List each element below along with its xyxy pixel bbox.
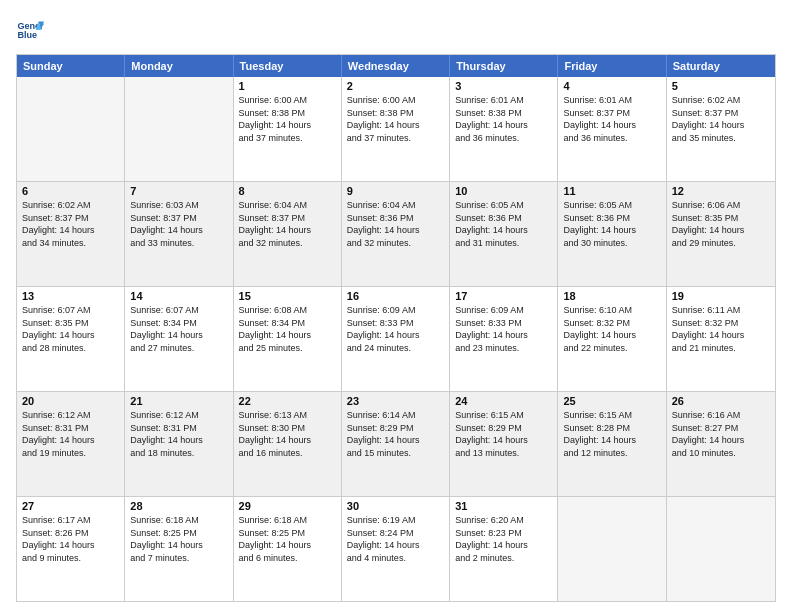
- day-info: Sunrise: 6:01 AM Sunset: 8:37 PM Dayligh…: [563, 94, 660, 144]
- day-info: Sunrise: 6:05 AM Sunset: 8:36 PM Dayligh…: [563, 199, 660, 249]
- calendar-cell: [558, 497, 666, 601]
- calendar-cell: 22Sunrise: 6:13 AM Sunset: 8:30 PM Dayli…: [234, 392, 342, 496]
- weekday-header-sunday: Sunday: [17, 55, 125, 77]
- day-info: Sunrise: 6:10 AM Sunset: 8:32 PM Dayligh…: [563, 304, 660, 354]
- day-number: 17: [455, 290, 552, 302]
- day-info: Sunrise: 6:12 AM Sunset: 8:31 PM Dayligh…: [22, 409, 119, 459]
- day-info: Sunrise: 6:06 AM Sunset: 8:35 PM Dayligh…: [672, 199, 770, 249]
- calendar-cell: 13Sunrise: 6:07 AM Sunset: 8:35 PM Dayli…: [17, 287, 125, 391]
- weekday-header-thursday: Thursday: [450, 55, 558, 77]
- calendar-cell: 24Sunrise: 6:15 AM Sunset: 8:29 PM Dayli…: [450, 392, 558, 496]
- day-number: 8: [239, 185, 336, 197]
- logo: General Blue: [16, 16, 48, 44]
- calendar-cell: 5Sunrise: 6:02 AM Sunset: 8:37 PM Daylig…: [667, 77, 775, 181]
- day-number: 25: [563, 395, 660, 407]
- day-info: Sunrise: 6:17 AM Sunset: 8:26 PM Dayligh…: [22, 514, 119, 564]
- weekday-header-wednesday: Wednesday: [342, 55, 450, 77]
- calendar-header: SundayMondayTuesdayWednesdayThursdayFrid…: [17, 55, 775, 77]
- calendar-cell: 29Sunrise: 6:18 AM Sunset: 8:25 PM Dayli…: [234, 497, 342, 601]
- day-info: Sunrise: 6:20 AM Sunset: 8:23 PM Dayligh…: [455, 514, 552, 564]
- day-number: 13: [22, 290, 119, 302]
- day-number: 12: [672, 185, 770, 197]
- calendar-cell: 14Sunrise: 6:07 AM Sunset: 8:34 PM Dayli…: [125, 287, 233, 391]
- day-number: 18: [563, 290, 660, 302]
- day-number: 2: [347, 80, 444, 92]
- day-number: 4: [563, 80, 660, 92]
- day-info: Sunrise: 6:07 AM Sunset: 8:35 PM Dayligh…: [22, 304, 119, 354]
- day-number: 28: [130, 500, 227, 512]
- calendar-cell: 31Sunrise: 6:20 AM Sunset: 8:23 PM Dayli…: [450, 497, 558, 601]
- calendar-cell: 1Sunrise: 6:00 AM Sunset: 8:38 PM Daylig…: [234, 77, 342, 181]
- day-number: 11: [563, 185, 660, 197]
- calendar-cell: 23Sunrise: 6:14 AM Sunset: 8:29 PM Dayli…: [342, 392, 450, 496]
- day-number: 6: [22, 185, 119, 197]
- day-number: 30: [347, 500, 444, 512]
- day-info: Sunrise: 6:04 AM Sunset: 8:36 PM Dayligh…: [347, 199, 444, 249]
- day-info: Sunrise: 6:00 AM Sunset: 8:38 PM Dayligh…: [239, 94, 336, 144]
- page-header: General Blue: [16, 16, 776, 44]
- calendar-row-0: 1Sunrise: 6:00 AM Sunset: 8:38 PM Daylig…: [17, 77, 775, 181]
- calendar-cell: 20Sunrise: 6:12 AM Sunset: 8:31 PM Dayli…: [17, 392, 125, 496]
- weekday-header-saturday: Saturday: [667, 55, 775, 77]
- calendar-cell: 15Sunrise: 6:08 AM Sunset: 8:34 PM Dayli…: [234, 287, 342, 391]
- day-info: Sunrise: 6:14 AM Sunset: 8:29 PM Dayligh…: [347, 409, 444, 459]
- calendar-cell: 25Sunrise: 6:15 AM Sunset: 8:28 PM Dayli…: [558, 392, 666, 496]
- day-number: 15: [239, 290, 336, 302]
- day-number: 7: [130, 185, 227, 197]
- day-number: 27: [22, 500, 119, 512]
- calendar-cell: 10Sunrise: 6:05 AM Sunset: 8:36 PM Dayli…: [450, 182, 558, 286]
- calendar-row-4: 27Sunrise: 6:17 AM Sunset: 8:26 PM Dayli…: [17, 496, 775, 601]
- day-info: Sunrise: 6:13 AM Sunset: 8:30 PM Dayligh…: [239, 409, 336, 459]
- calendar-row-2: 13Sunrise: 6:07 AM Sunset: 8:35 PM Dayli…: [17, 286, 775, 391]
- day-number: 5: [672, 80, 770, 92]
- calendar-cell: 21Sunrise: 6:12 AM Sunset: 8:31 PM Dayli…: [125, 392, 233, 496]
- calendar-cell: 28Sunrise: 6:18 AM Sunset: 8:25 PM Dayli…: [125, 497, 233, 601]
- day-info: Sunrise: 6:09 AM Sunset: 8:33 PM Dayligh…: [347, 304, 444, 354]
- day-number: 29: [239, 500, 336, 512]
- calendar-row-1: 6Sunrise: 6:02 AM Sunset: 8:37 PM Daylig…: [17, 181, 775, 286]
- calendar-cell: 27Sunrise: 6:17 AM Sunset: 8:26 PM Dayli…: [17, 497, 125, 601]
- day-number: 1: [239, 80, 336, 92]
- day-number: 21: [130, 395, 227, 407]
- day-info: Sunrise: 6:05 AM Sunset: 8:36 PM Dayligh…: [455, 199, 552, 249]
- calendar-cell: 11Sunrise: 6:05 AM Sunset: 8:36 PM Dayli…: [558, 182, 666, 286]
- calendar-cell: 3Sunrise: 6:01 AM Sunset: 8:38 PM Daylig…: [450, 77, 558, 181]
- day-number: 10: [455, 185, 552, 197]
- calendar-cell: 2Sunrise: 6:00 AM Sunset: 8:38 PM Daylig…: [342, 77, 450, 181]
- weekday-header-monday: Monday: [125, 55, 233, 77]
- weekday-header-friday: Friday: [558, 55, 666, 77]
- calendar-cell: [17, 77, 125, 181]
- day-number: 31: [455, 500, 552, 512]
- calendar-cell: 18Sunrise: 6:10 AM Sunset: 8:32 PM Dayli…: [558, 287, 666, 391]
- calendar-row-3: 20Sunrise: 6:12 AM Sunset: 8:31 PM Dayli…: [17, 391, 775, 496]
- calendar-cell: 17Sunrise: 6:09 AM Sunset: 8:33 PM Dayli…: [450, 287, 558, 391]
- calendar-cell: 30Sunrise: 6:19 AM Sunset: 8:24 PM Dayli…: [342, 497, 450, 601]
- calendar-cell: 9Sunrise: 6:04 AM Sunset: 8:36 PM Daylig…: [342, 182, 450, 286]
- day-info: Sunrise: 6:15 AM Sunset: 8:28 PM Dayligh…: [563, 409, 660, 459]
- calendar-cell: 16Sunrise: 6:09 AM Sunset: 8:33 PM Dayli…: [342, 287, 450, 391]
- svg-text:Blue: Blue: [17, 30, 37, 40]
- day-number: 22: [239, 395, 336, 407]
- day-number: 20: [22, 395, 119, 407]
- day-number: 16: [347, 290, 444, 302]
- calendar-cell: 26Sunrise: 6:16 AM Sunset: 8:27 PM Dayli…: [667, 392, 775, 496]
- logo-icon: General Blue: [16, 16, 44, 44]
- day-info: Sunrise: 6:04 AM Sunset: 8:37 PM Dayligh…: [239, 199, 336, 249]
- day-info: Sunrise: 6:01 AM Sunset: 8:38 PM Dayligh…: [455, 94, 552, 144]
- calendar-cell: 4Sunrise: 6:01 AM Sunset: 8:37 PM Daylig…: [558, 77, 666, 181]
- day-info: Sunrise: 6:18 AM Sunset: 8:25 PM Dayligh…: [130, 514, 227, 564]
- day-info: Sunrise: 6:16 AM Sunset: 8:27 PM Dayligh…: [672, 409, 770, 459]
- day-info: Sunrise: 6:12 AM Sunset: 8:31 PM Dayligh…: [130, 409, 227, 459]
- day-info: Sunrise: 6:19 AM Sunset: 8:24 PM Dayligh…: [347, 514, 444, 564]
- calendar-cell: 7Sunrise: 6:03 AM Sunset: 8:37 PM Daylig…: [125, 182, 233, 286]
- day-info: Sunrise: 6:02 AM Sunset: 8:37 PM Dayligh…: [22, 199, 119, 249]
- day-info: Sunrise: 6:15 AM Sunset: 8:29 PM Dayligh…: [455, 409, 552, 459]
- calendar-cell: 12Sunrise: 6:06 AM Sunset: 8:35 PM Dayli…: [667, 182, 775, 286]
- calendar-cell: [667, 497, 775, 601]
- day-number: 14: [130, 290, 227, 302]
- day-info: Sunrise: 6:08 AM Sunset: 8:34 PM Dayligh…: [239, 304, 336, 354]
- day-number: 9: [347, 185, 444, 197]
- calendar-cell: [125, 77, 233, 181]
- day-info: Sunrise: 6:03 AM Sunset: 8:37 PM Dayligh…: [130, 199, 227, 249]
- day-info: Sunrise: 6:07 AM Sunset: 8:34 PM Dayligh…: [130, 304, 227, 354]
